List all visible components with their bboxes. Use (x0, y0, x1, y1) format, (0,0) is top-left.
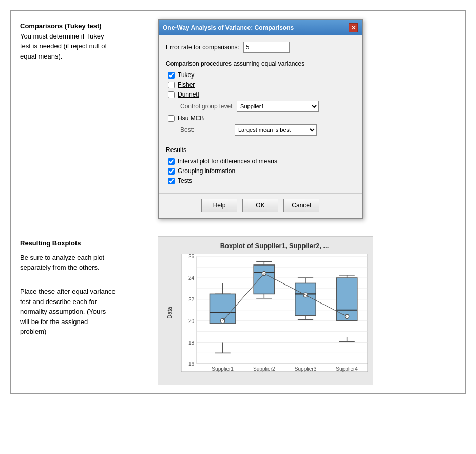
dunnett-checkbox[interactable] (168, 91, 175, 98)
error-rate-row: Error rate for comparisons: (166, 42, 355, 53)
best-label: Best: (180, 126, 232, 134)
tukey-checkbox[interactable] (168, 72, 175, 79)
row-boxplots: Resulting Boxplots Be sure to analyze ea… (10, 228, 466, 394)
results-section: Results Interval plot for differences of… (166, 146, 355, 184)
control-group-row: Control group level: Supplier1 (166, 101, 355, 112)
interval-plot-label: Interval plot for differences of means (178, 158, 277, 165)
dialog-body: Error rate for comparisons: Comparison p… (159, 35, 362, 193)
interval-plot-checkbox[interactable] (168, 158, 175, 165)
row-comparisons: Comparisons (Tukey test) You must determ… (10, 10, 466, 228)
error-rate-label: Error rate for comparisons: (166, 44, 239, 51)
fisher-label: Fisher (178, 81, 195, 88)
boxplot-chart-container: Boxplot of Supplier1, Supplier2, ... Dat… (158, 236, 373, 385)
hsu-mcb-checkbox[interactable] (168, 115, 175, 122)
svg-text:18: 18 (188, 340, 194, 346)
svg-text:20: 20 (188, 318, 194, 324)
tests-row: Tests (166, 177, 355, 184)
svg-rect-38 (295, 283, 316, 316)
fisher-row: Fisher (166, 81, 355, 88)
best-row: Best: Largest mean is best (166, 124, 355, 136)
svg-text:16: 16 (188, 361, 194, 367)
comparisons-description: Comparisons (Tukey test) You must determ… (11, 11, 149, 228)
boxplots-description: Resulting Boxplots Be sure to analyze ea… (11, 228, 149, 393)
svg-text:26: 26 (188, 254, 194, 259)
hsu-mcb-label: Hsu MCB (178, 115, 204, 122)
svg-text:Supplier2: Supplier2 (253, 366, 275, 372)
grouping-info-checkbox[interactable] (168, 168, 175, 175)
control-group-dropdown-field: Supplier1 (237, 101, 319, 112)
comparison-section-label: Comparison procedures assuming equal var… (166, 60, 355, 67)
help-button[interactable]: Help (201, 199, 237, 212)
boxplot-svg: 26 24 22 20 18 16 (181, 254, 368, 372)
grouping-info-row: Grouping information (166, 167, 355, 175)
chart-area-wrapper: Data (181, 254, 368, 372)
fisher-checkbox[interactable] (168, 82, 175, 88)
svg-text:Supplier3: Supplier3 (295, 366, 317, 372)
ok-button[interactable]: OK (242, 199, 278, 212)
control-group-select[interactable]: Supplier1 (237, 101, 319, 112)
dialog-footer: Help OK Cancel (159, 193, 362, 218)
dialog-panel: One-Way Analysis of Variance: Comparison… (149, 11, 465, 228)
control-group-label: Control group level: (180, 103, 234, 110)
svg-text:24: 24 (188, 275, 194, 281)
boxplot-chart-panel: Boxplot of Supplier1, Supplier2, ... Dat… (149, 228, 465, 393)
divider (166, 141, 355, 141)
tests-label: Tests (178, 177, 192, 184)
comparisons-title: Comparisons (Tukey test) You must determ… (20, 21, 140, 61)
y-axis-label: Data (166, 307, 173, 318)
svg-text:22: 22 (188, 297, 194, 302)
results-label: Results (166, 146, 355, 154)
hsu-mcb-row: Hsu MCB (166, 115, 355, 122)
boxplots-title: Resulting Boxplots (20, 238, 140, 249)
dialog-titlebar: One-Way Analysis of Variance: Comparison… (159, 20, 362, 35)
tests-checkbox[interactable] (168, 178, 175, 184)
cancel-button[interactable]: Cancel (283, 199, 319, 212)
error-rate-input[interactable] (243, 42, 290, 53)
dunnett-row: Dunnett (166, 91, 355, 98)
interval-plot-row: Interval plot for differences of means (166, 158, 355, 165)
tukey-row: Tukey (166, 71, 355, 79)
best-dropdown-field: Largest mean is best (235, 124, 317, 136)
best-select[interactable]: Largest mean is best (235, 124, 317, 136)
dialog-close-button[interactable]: ✕ (349, 23, 358, 32)
chart-title: Boxplot of Supplier1, Supplier2, ... (181, 242, 368, 250)
svg-rect-31 (254, 265, 274, 294)
svg-text:Supplier1: Supplier1 (212, 366, 234, 372)
one-way-anova-dialog: One-Way Analysis of Variance: Comparison… (158, 19, 363, 219)
dunnett-label: Dunnett (178, 91, 199, 98)
dialog-title: One-Way Analysis of Variance: Comparison… (163, 24, 294, 31)
svg-text:Supplier4: Supplier4 (336, 366, 358, 372)
grouping-info-label: Grouping information (178, 167, 235, 175)
tukey-label: Tukey (178, 71, 194, 79)
